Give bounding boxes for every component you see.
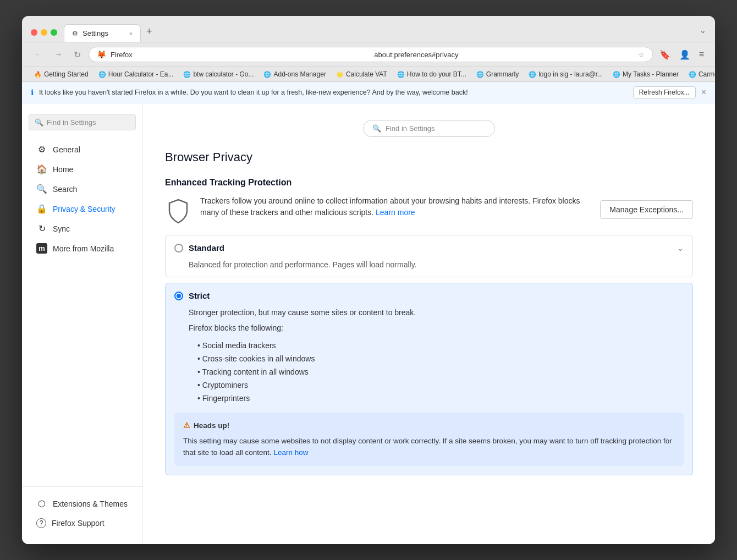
standard-radio-button[interactable] (174, 244, 183, 252)
sidebar-search[interactable]: 🔍 Find in Settings (29, 114, 136, 130)
bookmark-label: Hour Calculator - Ea... (108, 70, 174, 78)
sidebar-item-sync[interactable]: ↻ Sync (25, 219, 139, 238)
sidebar-item-label-search: Search (53, 185, 77, 194)
manage-exceptions-button[interactable]: Manage Exceptions... (600, 200, 693, 219)
bookmark-globe-icon-7: 🌐 (613, 71, 620, 78)
mozilla-icon: m (36, 243, 47, 254)
find-in-settings-container: 🔍 Find in Settings (165, 120, 693, 137)
content-area: 🔍 Find in Settings Browser Privacy Enhan… (143, 103, 715, 544)
info-icon: ℹ (31, 88, 34, 97)
address-url: about:preferences#privacy (374, 51, 633, 59)
forward-button[interactable]: → (51, 47, 66, 62)
browser-window: ⚙ Settings × + ⌄ ← → ↻ 🦊 Firefox about:p… (22, 16, 715, 544)
address-bar[interactable]: 🦊 Firefox about:preferences#privacy ☆ (89, 47, 653, 62)
bookmark-fire-icon: 🔥 (34, 71, 42, 78)
minimize-button[interactable] (41, 29, 47, 36)
list-item-social: Social media trackers (197, 339, 684, 352)
search-icon-sidebar: 🔍 (36, 184, 47, 194)
bookmark-carmen[interactable]: 🌐 Carmen & Laura - Pl... (685, 69, 715, 79)
sidebar-item-label-general: General (53, 145, 80, 154)
nav-bar: ← → ↻ 🦊 Firefox about:preferences#privac… (22, 42, 715, 67)
address-firefox: Firefox (111, 51, 370, 59)
list-item-crypto: Cryptominers (197, 378, 684, 392)
bookmark-label: Grammarly (486, 70, 519, 78)
bookmark-globe-icon-8: 🌐 (689, 71, 696, 78)
strict-blocks-title: Firefox blocks the following: (174, 323, 684, 332)
close-button[interactable] (31, 29, 37, 36)
bookmark-label: logo in sig - laura@r... (538, 70, 603, 78)
tracking-description: Trackers follow you around online to col… (200, 195, 591, 218)
bookmark-bt[interactable]: 🌐 How to do your BT... (394, 69, 470, 79)
sidebar-item-home[interactable]: 🏠 Home (25, 160, 139, 179)
bookmark-globe-icon-3: 🌐 (263, 71, 271, 78)
extensions-icon: ⬡ (36, 498, 47, 509)
bookmark-hour-calculator[interactable]: 🌐 Hour Calculator - Ea... (95, 69, 177, 79)
bookmark-label: Add-ons Manager (273, 70, 326, 78)
bookmark-label: How to do your BT... (407, 70, 466, 78)
sidebar-item-more[interactable]: m More from Mozilla (25, 239, 139, 258)
strict-option-body: Stronger protection, but may cause some … (166, 308, 692, 475)
traffic-lights (31, 29, 57, 36)
nav-right-buttons: 🔖 👤 ≡ (657, 47, 706, 62)
section-title: Enhanced Tracking Protection (165, 178, 693, 188)
bookmark-star-icon: 🌟 (336, 71, 344, 78)
home-icon: 🏠 (36, 164, 47, 174)
profile-button[interactable]: 👤 (677, 47, 692, 62)
info-bar: ℹ It looks like you haven't started Fire… (22, 82, 715, 103)
list-item-tracking: Tracking content in all windows (197, 365, 684, 378)
sidebar-item-search[interactable]: 🔍 Search (25, 179, 139, 199)
sidebar-item-extensions[interactable]: ⬡ Extensions & Themes (25, 494, 139, 513)
settings-tab-label: Settings (82, 29, 108, 37)
new-tab-button[interactable]: + (141, 23, 158, 41)
bookmark-star-icon[interactable]: ☆ (638, 51, 645, 59)
bookmark-getting-started[interactable]: 🔥 Getting Started (31, 69, 92, 79)
strict-option-description: Stronger protection, but may cause some … (174, 308, 684, 317)
back-button[interactable]: ← (31, 47, 46, 62)
bookmark-addons[interactable]: 🌐 Add-ons Manager (260, 69, 329, 79)
strict-option-label: Strict (189, 291, 684, 300)
sidebar-item-privacy[interactable]: 🔒 Privacy & Security (25, 199, 139, 218)
settings-tab-icon: ⚙ (72, 30, 78, 37)
standard-chevron-icon: ⌄ (677, 244, 684, 252)
sidebar-item-support[interactable]: ? Firefox Support (25, 514, 139, 532)
refresh-firefox-button[interactable]: Refresh Firefox... (633, 86, 696, 98)
bookmark-globe-icon-4: 🌐 (397, 71, 405, 78)
refresh-button[interactable]: ↻ (70, 47, 84, 62)
sidebar-item-label-extensions: Extensions & Themes (53, 499, 128, 508)
find-in-settings-input[interactable]: 🔍 Find in Settings (363, 120, 495, 137)
tab-close-button[interactable]: × (129, 30, 133, 37)
learn-how-link[interactable]: Learn how (273, 448, 308, 457)
warning-text: This setting may cause some websites to … (183, 436, 675, 458)
learn-more-link[interactable]: Learn more (376, 208, 415, 217)
sidebar-item-general[interactable]: ⚙ General (25, 140, 139, 159)
standard-option-card: Standard ⌄ Balanced for protection and p… (165, 235, 693, 277)
info-bar-close-button[interactable]: × (701, 87, 706, 97)
strict-radio-button[interactable] (174, 292, 183, 300)
sync-icon: ↻ (36, 223, 47, 234)
bookmark-calculate-vat[interactable]: 🌟 Calculate VAT (333, 69, 391, 79)
settings-tab[interactable]: ⚙ Settings × (64, 24, 141, 42)
bookmark-tasks[interactable]: 🌐 My Tasks - Planner (609, 69, 682, 79)
find-placeholder-text: Find in Settings (386, 124, 435, 133)
warning-box: ⚠ Heads up! This setting may cause some … (174, 413, 684, 466)
strict-blocks-list: Social media trackers Cross-site cookies… (174, 339, 684, 405)
chevron-down-icon[interactable]: ⌄ (700, 26, 706, 35)
title-bar: ⚙ Settings × + ⌄ (22, 16, 715, 42)
strict-option-card: Strict Stronger protection, but may caus… (165, 283, 693, 475)
sidebar: 🔍 Find in Settings ⚙ General 🏠 Home 🔍 Se… (22, 103, 143, 544)
bookmark-logo-sig[interactable]: 🌐 logo in sig - laura@r... (525, 69, 606, 79)
strict-option-header[interactable]: Strict (166, 283, 692, 308)
bookmark-globe-icon-6: 🌐 (529, 71, 536, 78)
menu-button[interactable]: ≡ (697, 47, 706, 62)
sidebar-item-label-home: Home (53, 165, 73, 174)
sidebar-item-label-privacy: Privacy & Security (53, 205, 116, 213)
standard-option-label: Standard (189, 243, 672, 252)
bookmark-btw-calculator[interactable]: 🌐 btw calculator - Go... (180, 69, 257, 79)
standard-option-header[interactable]: Standard ⌄ (166, 235, 692, 260)
pocket-button[interactable]: 🔖 (657, 47, 673, 62)
bookmark-grammarly[interactable]: 🌐 Grammarly (473, 69, 522, 79)
sidebar-bottom: ⬡ Extensions & Themes ? Firefox Support (22, 486, 142, 533)
bookmark-globe-icon-2: 🌐 (183, 71, 191, 78)
maximize-button[interactable] (51, 29, 57, 36)
bookmark-label: btw calculator - Go... (193, 70, 254, 78)
